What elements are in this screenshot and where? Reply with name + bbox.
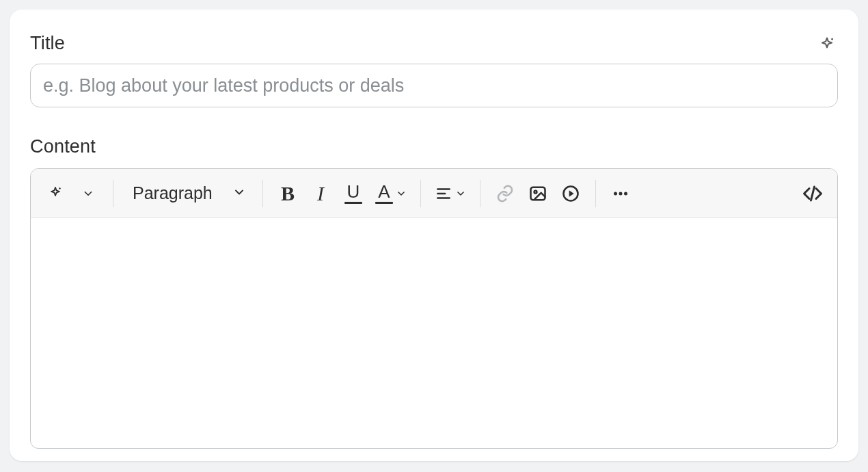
title-field: Title [30, 33, 838, 107]
title-label: Title [30, 33, 65, 54]
ai-suggest-dropdown[interactable] [73, 179, 103, 209]
chevron-down-icon [232, 183, 246, 203]
ai-suggest-button[interactable] [40, 179, 70, 209]
underline-icon: U [344, 183, 362, 204]
title-input[interactable] [30, 64, 838, 107]
code-view-button[interactable] [798, 179, 828, 209]
chevron-down-icon [455, 188, 466, 199]
toolbar-separator [480, 180, 480, 207]
svg-point-10 [619, 192, 623, 195]
svg-point-1 [59, 187, 60, 189]
chevron-down-icon [82, 187, 94, 200]
video-icon [561, 184, 580, 203]
svg-point-0 [831, 38, 833, 40]
sparkle-icon [47, 185, 64, 202]
more-horizontal-icon [610, 183, 631, 204]
block-format-label: Paragraph [133, 183, 213, 203]
content-label: Content [30, 136, 838, 157]
content-field: Content [30, 136, 838, 449]
link-button[interactable] [490, 179, 520, 209]
more-button[interactable] [606, 179, 636, 209]
toolbar-group-ai [40, 179, 103, 209]
underline-button[interactable]: U [338, 179, 368, 209]
toolbar-group-align [431, 179, 470, 209]
image-button[interactable] [523, 179, 553, 209]
italic-button[interactable]: I [306, 179, 336, 209]
svg-point-9 [614, 192, 617, 195]
chevron-down-icon [396, 188, 407, 199]
svg-point-11 [624, 192, 627, 195]
content-editable-area[interactable] [31, 218, 837, 448]
block-format-select[interactable]: Paragraph [123, 179, 253, 209]
video-button[interactable] [556, 179, 586, 209]
sparkle-icon [817, 36, 837, 55]
svg-point-6 [534, 190, 537, 193]
toolbar-group-format: B I U A [273, 179, 411, 209]
toolbar-separator [113, 180, 113, 207]
editor-card: Title Content [10, 10, 858, 461]
bold-icon: B [281, 183, 295, 204]
toolbar-separator [595, 180, 596, 207]
align-button[interactable] [431, 179, 470, 209]
bold-button[interactable]: B [273, 179, 303, 209]
svg-marker-8 [569, 190, 574, 196]
link-icon [496, 184, 515, 203]
editor-toolbar: Paragraph B I U [31, 169, 837, 218]
svg-line-12 [811, 187, 815, 200]
toolbar-separator [262, 180, 263, 207]
text-color-button[interactable]: A [371, 179, 411, 209]
italic-icon: I [317, 183, 324, 204]
toolbar-separator [420, 180, 421, 207]
toolbar-group-insert [490, 179, 586, 209]
title-ai-suggest-button[interactable] [812, 30, 842, 60]
text-color-icon: A [375, 183, 393, 204]
align-left-icon [435, 185, 452, 202]
code-icon [802, 183, 823, 204]
rich-text-editor: Paragraph B I U [30, 168, 838, 449]
image-icon [528, 184, 547, 203]
